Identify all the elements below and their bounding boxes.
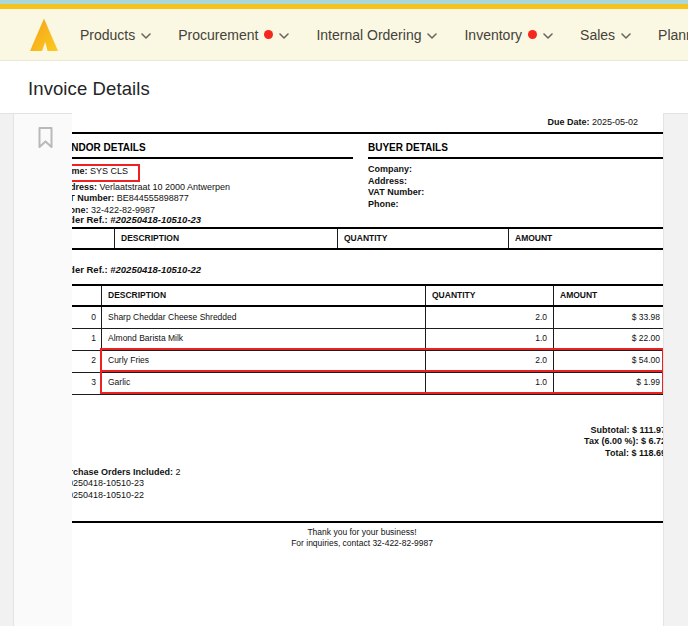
chevron-down-icon bbox=[621, 33, 631, 39]
nav-item-label: Products bbox=[80, 27, 135, 43]
due-date-value: 2025-05-02 bbox=[592, 117, 638, 127]
nav-item-products[interactable]: Products bbox=[80, 27, 151, 43]
invoice-line-row: 0Sharp Cheddar Cheese Shredded2.0$ 33.98 bbox=[72, 306, 663, 328]
purchase-order-ref: #20250418-10510-23 bbox=[72, 478, 181, 489]
footer-thanks: Thank you for your business! bbox=[72, 527, 663, 538]
buyer-details-heading: BUYER DETAILS bbox=[368, 142, 663, 159]
order-table-1: DESCRIPTIONQUANTITYAMOUNT bbox=[72, 227, 663, 250]
chevron-down-icon bbox=[543, 33, 553, 39]
order-ref-2-number: #20250418-10510-22 bbox=[110, 264, 201, 275]
nav-item-sales[interactable]: Sales bbox=[580, 27, 631, 43]
column-header-amount: AMOUNT bbox=[554, 285, 664, 306]
column-header-description: DESCRIPTION bbox=[102, 285, 426, 306]
subtotal-value: $ 111.97 bbox=[632, 425, 663, 435]
order-table-1-header-row: DESCRIPTIONQUANTITYAMOUNT bbox=[72, 228, 663, 249]
cell-index: 0 bbox=[72, 306, 102, 328]
vendor-details: VENDOR DETAILS Name: SYS CLS Address: Ve… bbox=[72, 142, 353, 216]
alert-dot-icon bbox=[528, 30, 537, 39]
invoice-document-content: Due Date: 2025-05-02 VENDOR DETAILS Name… bbox=[72, 113, 663, 626]
main-navbar: ProductsProcurementInternal OrderingInve… bbox=[0, 9, 688, 61]
buyer-vat-line: VAT Number: bbox=[368, 187, 663, 198]
invoice-line-row: 3Garlic1.0$ 1.99 bbox=[72, 372, 663, 394]
tax-line: Tax (6.00 %): $ 6.72 bbox=[72, 436, 663, 447]
vendor-name-annotation: Name: SYS CLS bbox=[72, 164, 140, 181]
invoice-document-page: Due Date: 2025-05-02 VENDOR DETAILS Name… bbox=[72, 113, 663, 626]
invoice-line-row: 1Almond Barista Milk1.0$ 22.00 bbox=[72, 328, 663, 350]
cell-description: Garlic bbox=[102, 372, 426, 394]
vendor-details-heading: VENDOR DETAILS bbox=[72, 142, 353, 159]
alert-dot-icon bbox=[264, 30, 273, 39]
cell-quantity: 1.0 bbox=[426, 372, 554, 394]
order-ref-2: Order Ref.: #20250418-10510-22 bbox=[72, 264, 201, 275]
order-table-2: DESCRIPTIONQUANTITYAMOUNT 0Sharp Cheddar… bbox=[72, 284, 663, 395]
cell-index: 1 bbox=[72, 328, 102, 350]
purchase-orders-included: Purchase Orders Included: 2 #20250418-10… bbox=[72, 467, 181, 501]
vendor-address-line: Address: Verlaatstraat 10 2000 Antwerpen bbox=[72, 182, 353, 193]
viewer-right-gutter bbox=[663, 113, 688, 626]
footer-contact: For inquiries, contact 32-422-82-9987 bbox=[72, 538, 663, 549]
cell-index: 3 bbox=[72, 372, 102, 394]
cell-amount: $ 54.00 bbox=[554, 350, 664, 372]
invoice-line-row: 2Curly Fries2.0$ 54.00 bbox=[72, 350, 663, 372]
order-ref-1: Order Ref.: #20250418-10510-23 bbox=[72, 214, 201, 225]
cell-description: Sharp Cheddar Cheese Shredded bbox=[102, 306, 426, 328]
vendor-name-value: SYS CLS bbox=[90, 166, 128, 176]
purchase-orders-label-line: Purchase Orders Included: 2 bbox=[72, 467, 181, 478]
column-header-quantity: QUANTITY bbox=[338, 228, 509, 249]
page-title: Invoice Details bbox=[28, 78, 150, 100]
subtotal-line: Subtotal: $ 111.97 bbox=[72, 425, 663, 436]
nav-menu: ProductsProcurementInternal OrderingInve… bbox=[80, 27, 688, 43]
cell-amount: $ 22.00 bbox=[554, 328, 664, 350]
nav-item-label: Inventory bbox=[464, 27, 522, 43]
vendor-address-value: Verlaatstraat 10 2000 Antwerpen bbox=[100, 182, 231, 192]
buyer-details: BUYER DETAILS Company: Address: VAT Numb… bbox=[368, 142, 663, 210]
cell-quantity: 1.0 bbox=[426, 328, 554, 350]
cell-amount: $ 1.99 bbox=[554, 372, 664, 394]
invoice-totals: Subtotal: $ 111.97 Tax (6.00 %): $ 6.72 … bbox=[72, 425, 663, 459]
order-ref-1-number: #20250418-10510-23 bbox=[110, 214, 201, 225]
buyer-company-line: Company: bbox=[368, 164, 663, 175]
tax-value: $ 6.72 bbox=[641, 436, 663, 446]
buyer-address-line: Address: bbox=[368, 176, 663, 187]
nav-item-label: Sales bbox=[580, 27, 615, 43]
nav-item-label: Planning bbox=[658, 27, 688, 43]
nav-item-inventory[interactable]: Inventory bbox=[464, 27, 553, 43]
total-value: $ 118.69 bbox=[631, 448, 663, 458]
vendor-vat-value: BE844555898877 bbox=[117, 193, 189, 203]
nav-item-label: Procurement bbox=[178, 27, 258, 43]
chevron-down-icon bbox=[427, 33, 437, 39]
divider-footer bbox=[72, 521, 663, 523]
app-logo-icon[interactable] bbox=[30, 18, 58, 51]
invoice-viewer: Due Date: 2025-05-02 VENDOR DETAILS Name… bbox=[0, 113, 688, 626]
column-header-quantity: QUANTITY bbox=[426, 285, 554, 306]
nav-item-label: Internal Ordering bbox=[316, 27, 421, 43]
divider-top bbox=[72, 132, 663, 134]
cell-index: 2 bbox=[72, 350, 102, 372]
chevron-down-icon bbox=[141, 33, 151, 39]
invoice-footer: Thank you for your business! For inquiri… bbox=[72, 527, 663, 549]
viewer-left-gutter bbox=[13, 113, 72, 626]
cell-quantity: 2.0 bbox=[426, 306, 554, 328]
cell-quantity: 2.0 bbox=[426, 350, 554, 372]
chevron-down-icon bbox=[279, 33, 289, 39]
due-date-label: Due Date: bbox=[547, 117, 589, 127]
cell-description: Almond Barista Milk bbox=[102, 328, 426, 350]
cell-amount: $ 33.98 bbox=[554, 306, 664, 328]
column-header-amount: AMOUNT bbox=[509, 228, 664, 249]
order-table-2-header-row: DESCRIPTIONQUANTITYAMOUNT bbox=[72, 285, 663, 306]
vendor-vat-line: VAT Number: BE844555898877 bbox=[72, 193, 353, 204]
purchase-order-ref: #20250418-10510-22 bbox=[72, 490, 181, 501]
nav-item-procurement[interactable]: Procurement bbox=[178, 27, 289, 43]
purchase-orders-count: 2 bbox=[176, 467, 181, 477]
nav-item-planning[interactable]: Planning bbox=[658, 27, 688, 43]
viewer-left-rail bbox=[0, 113, 13, 626]
buyer-phone-line: Phone: bbox=[368, 199, 663, 210]
column-header-description: DESCRIPTION bbox=[115, 228, 338, 249]
total-line: Total: $ 118.69 bbox=[72, 448, 663, 459]
bookmark-icon[interactable] bbox=[37, 126, 54, 149]
vendor-name-line: Name: SYS CLS bbox=[72, 164, 353, 181]
nav-item-internal-ordering[interactable]: Internal Ordering bbox=[316, 27, 437, 43]
column-header-index bbox=[72, 228, 115, 249]
cell-description: Curly Fries bbox=[102, 350, 426, 372]
due-date: Due Date: 2025-05-02 bbox=[547, 117, 638, 128]
